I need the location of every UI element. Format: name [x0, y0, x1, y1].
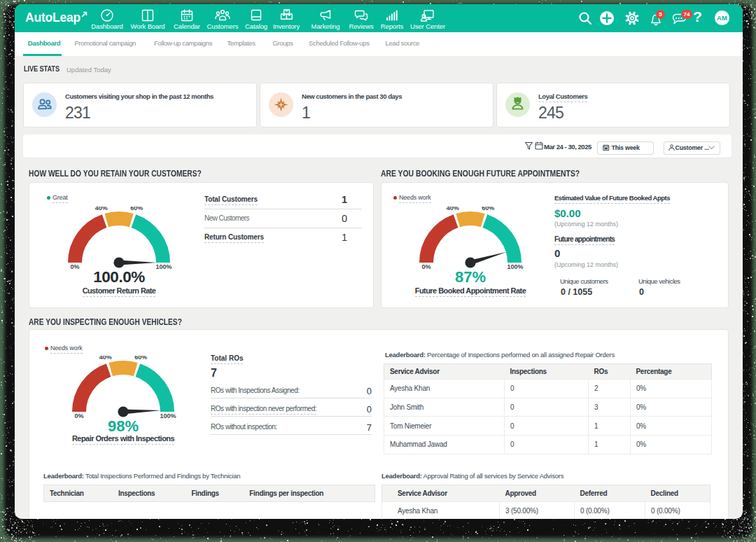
svg-text:60%: 60%: [482, 207, 494, 211]
svg-text:60%: 60%: [130, 207, 143, 211]
svg-text:60%: 60%: [134, 356, 147, 361]
svg-text:40%: 40%: [99, 356, 112, 361]
svg-text:40%: 40%: [447, 207, 459, 211]
svg-text:40%: 40%: [95, 207, 108, 211]
